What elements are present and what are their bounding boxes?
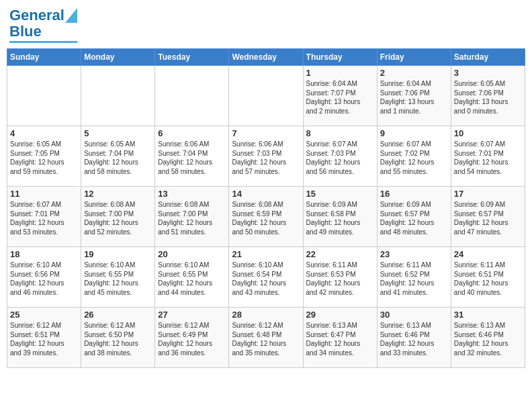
calendar-cell: 19Sunrise: 6:10 AM Sunset: 6:55 PM Dayli…	[81, 247, 155, 308]
day-info: Sunrise: 6:05 AM Sunset: 7:06 PM Dayligh…	[454, 79, 522, 116]
day-number: 21	[232, 249, 300, 259]
day-info: Sunrise: 6:11 AM Sunset: 6:51 PM Dayligh…	[454, 261, 522, 297]
calendar-cell: 25Sunrise: 6:12 AM Sunset: 6:51 PM Dayli…	[7, 308, 81, 368]
day-number: 17	[454, 189, 522, 199]
calendar-cell: 27Sunrise: 6:12 AM Sunset: 6:49 PM Dayli…	[155, 308, 229, 368]
calendar-cell: 16Sunrise: 6:09 AM Sunset: 6:57 PM Dayli…	[377, 187, 451, 247]
day-info: Sunrise: 6:10 AM Sunset: 6:54 PM Dayligh…	[232, 261, 300, 297]
calendar-cell	[229, 66, 303, 126]
day-number: 19	[84, 249, 152, 259]
day-info: Sunrise: 6:05 AM Sunset: 7:04 PM Dayligh…	[84, 140, 152, 176]
day-number: 20	[158, 249, 226, 259]
calendar-cell: 18Sunrise: 6:10 AM Sunset: 6:56 PM Dayli…	[7, 247, 81, 308]
calendar-cell: 21Sunrise: 6:10 AM Sunset: 6:54 PM Dayli…	[229, 247, 303, 308]
day-number: 10	[454, 128, 522, 138]
weekday-header-sunday: Sunday	[7, 49, 81, 66]
weekday-header-friday: Friday	[377, 49, 451, 66]
calendar-cell: 8Sunrise: 6:07 AM Sunset: 7:03 PM Daylig…	[303, 126, 377, 187]
day-number: 11	[10, 189, 78, 199]
day-number: 24	[454, 249, 522, 259]
day-info: Sunrise: 6:04 AM Sunset: 7:07 PM Dayligh…	[306, 79, 374, 116]
weekday-header-monday: Monday	[81, 49, 155, 66]
calendar-cell: 26Sunrise: 6:12 AM Sunset: 6:50 PM Dayli…	[81, 308, 155, 368]
calendar-cell	[155, 66, 229, 126]
day-info: Sunrise: 6:08 AM Sunset: 7:00 PM Dayligh…	[84, 200, 152, 236]
day-number: 7	[232, 128, 300, 138]
day-number: 29	[306, 310, 374, 320]
calendar-cell: 28Sunrise: 6:12 AM Sunset: 6:48 PM Dayli…	[229, 308, 303, 368]
calendar-cell: 2Sunrise: 6:04 AM Sunset: 7:06 PM Daylig…	[377, 66, 451, 126]
calendar-cell: 15Sunrise: 6:09 AM Sunset: 6:58 PM Dayli…	[303, 187, 377, 247]
day-number: 15	[306, 189, 374, 199]
calendar-cell: 20Sunrise: 6:10 AM Sunset: 6:55 PM Dayli…	[155, 247, 229, 308]
day-number: 30	[380, 310, 448, 320]
calendar-cell: 30Sunrise: 6:13 AM Sunset: 6:46 PM Dayli…	[377, 308, 451, 368]
day-number: 31	[454, 310, 522, 320]
calendar-cell: 24Sunrise: 6:11 AM Sunset: 6:51 PM Dayli…	[451, 247, 525, 308]
week-row-1: 4Sunrise: 6:05 AM Sunset: 7:05 PM Daylig…	[7, 126, 525, 187]
day-number: 12	[84, 189, 152, 199]
day-info: Sunrise: 6:09 AM Sunset: 6:58 PM Dayligh…	[306, 200, 374, 236]
day-info: Sunrise: 6:07 AM Sunset: 7:02 PM Dayligh…	[380, 140, 448, 176]
calendar-cell: 7Sunrise: 6:06 AM Sunset: 7:03 PM Daylig…	[229, 126, 303, 187]
calendar-cell	[81, 66, 155, 126]
week-row-0: 1Sunrise: 6:04 AM Sunset: 7:07 PM Daylig…	[7, 66, 525, 126]
logo-underline	[9, 41, 77, 43]
day-info: Sunrise: 6:10 AM Sunset: 6:55 PM Dayligh…	[84, 261, 152, 297]
day-info: Sunrise: 6:10 AM Sunset: 6:56 PM Dayligh…	[10, 261, 78, 297]
day-info: Sunrise: 6:11 AM Sunset: 6:53 PM Dayligh…	[306, 261, 374, 297]
logo: General Blue	[9, 7, 77, 43]
week-row-3: 18Sunrise: 6:10 AM Sunset: 6:56 PM Dayli…	[7, 247, 525, 308]
weekday-header-saturday: Saturday	[451, 49, 525, 66]
day-number: 13	[158, 189, 226, 199]
week-row-2: 11Sunrise: 6:07 AM Sunset: 7:01 PM Dayli…	[7, 187, 525, 247]
calendar-cell: 10Sunrise: 6:07 AM Sunset: 7:01 PM Dayli…	[451, 126, 525, 187]
day-info: Sunrise: 6:10 AM Sunset: 6:55 PM Dayligh…	[158, 261, 226, 297]
day-number: 4	[10, 128, 78, 138]
calendar-cell: 12Sunrise: 6:08 AM Sunset: 7:00 PM Dayli…	[81, 187, 155, 247]
day-number: 18	[10, 249, 78, 259]
day-info: Sunrise: 6:07 AM Sunset: 7:03 PM Dayligh…	[306, 140, 374, 176]
calendar-cell: 9Sunrise: 6:07 AM Sunset: 7:02 PM Daylig…	[377, 126, 451, 187]
calendar-cell: 4Sunrise: 6:05 AM Sunset: 7:05 PM Daylig…	[7, 126, 81, 187]
day-info: Sunrise: 6:08 AM Sunset: 7:00 PM Dayligh…	[158, 200, 226, 236]
calendar-cell: 14Sunrise: 6:08 AM Sunset: 6:59 PM Dayli…	[229, 187, 303, 247]
week-row-4: 25Sunrise: 6:12 AM Sunset: 6:51 PM Dayli…	[7, 308, 525, 368]
day-number: 25	[10, 310, 78, 320]
calendar-cell: 11Sunrise: 6:07 AM Sunset: 7:01 PM Dayli…	[7, 187, 81, 247]
calendar-cell: 6Sunrise: 6:06 AM Sunset: 7:04 PM Daylig…	[155, 126, 229, 187]
day-number: 23	[380, 249, 448, 259]
calendar-cell: 22Sunrise: 6:11 AM Sunset: 6:53 PM Dayli…	[303, 247, 377, 308]
day-info: Sunrise: 6:09 AM Sunset: 6:57 PM Dayligh…	[380, 200, 448, 236]
calendar-cell: 5Sunrise: 6:05 AM Sunset: 7:04 PM Daylig…	[81, 126, 155, 187]
day-number: 28	[232, 310, 300, 320]
logo-text: General	[9, 7, 64, 24]
calendar-cell: 13Sunrise: 6:08 AM Sunset: 7:00 PM Dayli…	[155, 187, 229, 247]
weekday-header-tuesday: Tuesday	[155, 49, 229, 66]
day-info: Sunrise: 6:05 AM Sunset: 7:05 PM Dayligh…	[10, 140, 78, 176]
logo-triangle-icon	[65, 8, 77, 23]
weekday-header-wednesday: Wednesday	[229, 49, 303, 66]
day-number: 26	[84, 310, 152, 320]
calendar-cell: 1Sunrise: 6:04 AM Sunset: 7:07 PM Daylig…	[303, 66, 377, 126]
day-number: 22	[306, 249, 374, 259]
day-info: Sunrise: 6:12 AM Sunset: 6:48 PM Dayligh…	[232, 321, 300, 357]
day-number: 1	[306, 68, 374, 78]
day-number: 5	[84, 128, 152, 138]
day-number: 27	[158, 310, 226, 320]
calendar-cell: 17Sunrise: 6:09 AM Sunset: 6:57 PM Dayli…	[451, 187, 525, 247]
day-info: Sunrise: 6:12 AM Sunset: 6:51 PM Dayligh…	[10, 321, 78, 357]
day-info: Sunrise: 6:13 AM Sunset: 6:46 PM Dayligh…	[454, 321, 522, 357]
day-info: Sunrise: 6:12 AM Sunset: 6:50 PM Dayligh…	[84, 321, 152, 357]
weekday-header-thursday: Thursday	[303, 49, 377, 66]
day-number: 3	[454, 68, 522, 78]
day-info: Sunrise: 6:11 AM Sunset: 6:52 PM Dayligh…	[380, 261, 448, 297]
day-number: 8	[306, 128, 374, 138]
day-number: 2	[380, 68, 448, 78]
page-header: General Blue	[7, 7, 525, 43]
calendar-body: 1Sunrise: 6:04 AM Sunset: 7:07 PM Daylig…	[7, 66, 525, 368]
day-info: Sunrise: 6:13 AM Sunset: 6:46 PM Dayligh…	[380, 321, 448, 357]
day-number: 6	[158, 128, 226, 138]
logo-blue-text: Blue	[9, 23, 42, 40]
calendar-cell	[7, 66, 81, 126]
